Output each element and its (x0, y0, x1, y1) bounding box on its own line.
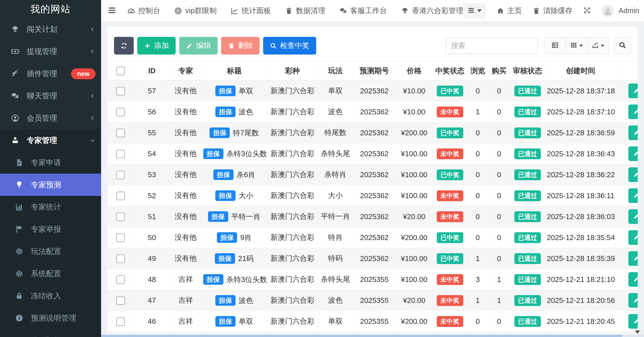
sidebar-item-6[interactable]: 专家申请 (0, 151, 101, 174)
row-checkbox[interactable] (116, 87, 125, 95)
search-input[interactable] (446, 37, 538, 54)
sidebar-item-12[interactable]: 冻结收入 (0, 285, 101, 307)
row-checkbox[interactable] (116, 108, 125, 116)
horizontal-scrollbar-thumb[interactable] (101, 335, 622, 337)
sidebar-toggle-button[interactable] (108, 6, 116, 16)
export-button[interactable] (587, 38, 609, 54)
sidebar-item-8[interactable]: 专家统计 (0, 196, 101, 218)
row-action-button[interactable] (628, 230, 638, 245)
sidebar-item-4[interactable]: 会员管理 (0, 107, 101, 129)
header-cell[interactable]: 彩种 (267, 61, 318, 81)
fullscreen-button[interactable] (583, 6, 591, 15)
topnav-item-0[interactable]: 控制台 (127, 6, 160, 16)
header-cell[interactable]: 价格 (396, 61, 433, 81)
row-action-button[interactable] (628, 293, 638, 308)
delete-button[interactable]: 删除 (221, 37, 260, 55)
sidebar-item-9[interactable]: 专家举报 (0, 218, 101, 240)
danbao-badge: 担保 (215, 253, 235, 264)
row-checkbox[interactable] (116, 150, 125, 158)
row-action-button[interactable] (628, 272, 638, 287)
row-action-button[interactable] (628, 188, 638, 203)
sidebar-item-3[interactable]: 聊天管理 (0, 85, 101, 107)
row-action-button[interactable] (628, 251, 638, 266)
header-cell[interactable]: 玩法 (318, 61, 353, 81)
row-action-button[interactable] (628, 209, 638, 224)
topnav-item-2[interactable]: 统计面板 (231, 6, 271, 16)
topnav-right: 主页 清除缓存 Admin (463, 4, 644, 18)
trophy-icon (9, 25, 21, 33)
row-action-button[interactable] (628, 314, 638, 329)
topnav-item-3[interactable]: 数据清理 (285, 6, 325, 16)
header-cell[interactable]: 中奖状态 (433, 61, 467, 81)
row-action-button[interactable] (628, 125, 638, 140)
row-action-button[interactable] (628, 167, 638, 182)
search-icon (270, 42, 277, 49)
header-cell[interactable]: ID (134, 61, 170, 81)
topnav-item-1[interactable]: vip群限制 (174, 6, 217, 16)
user-menu[interactable]: Admin (602, 5, 639, 17)
cell-audit-status: 已通过 (510, 311, 545, 332)
audit-status-badge: 已通过 (514, 148, 541, 159)
header-cell[interactable]: 购买 (488, 61, 510, 81)
bars-icon (468, 7, 475, 15)
sidebar-item-11[interactable]: 系统配置 (0, 263, 101, 285)
header-cell[interactable]: 创建时间 (545, 61, 616, 81)
sidebar-item-0[interactable]: 闯关计划 (0, 18, 101, 40)
sidebar-item-10[interactable]: 玩法配置 (0, 240, 101, 263)
topnav-item-label: 客服工作台 (350, 6, 387, 16)
edit-button[interactable]: 编辑 (179, 37, 218, 55)
toolbar: 添加 编辑 删除 检查中奖 (107, 27, 638, 61)
row-checkbox[interactable] (116, 213, 125, 221)
danbao-badge: 担保 (215, 190, 236, 201)
home-link[interactable]: 主页 (497, 6, 522, 16)
pencil-icon (633, 254, 638, 263)
row-checkbox[interactable] (116, 275, 125, 284)
sidebar-item-5[interactable]: 专家管理 (0, 129, 101, 151)
row-checkbox[interactable] (116, 254, 125, 263)
cell-price: ¥20.00 (396, 290, 433, 311)
select-all-checkbox[interactable] (116, 67, 125, 75)
cell-buys: 0 (488, 248, 510, 269)
clear-cache-link[interactable]: 清除缓存 (533, 6, 572, 16)
header-cell[interactable]: 审核状态 (510, 61, 545, 81)
sidebar-item-13[interactable]: 预测说明管理 (0, 307, 101, 329)
row-checkbox[interactable] (116, 296, 125, 305)
sidebar-item-14[interactable]: 连败预警 (0, 329, 101, 337)
cell-created: 2025-12-28 18:36:11 (545, 185, 616, 206)
check-win-button[interactable]: 检查中奖 (263, 37, 316, 55)
row-checkbox[interactable] (116, 317, 125, 326)
pencil-icon (633, 233, 638, 242)
cell-views: 0 (467, 227, 488, 248)
row-action-button[interactable] (628, 146, 638, 161)
detail-view-button[interactable] (544, 38, 566, 54)
sidebar-item-1[interactable]: 提现管理 (0, 40, 101, 63)
header-cell[interactable]: 标题 (201, 61, 267, 81)
nav-menu-dropdown[interactable] (463, 4, 486, 18)
content-area: 添加 编辑 删除 检查中奖 (101, 22, 644, 337)
columns-button[interactable] (566, 38, 587, 54)
sidebar-item-label: 冻结收入 (31, 291, 61, 301)
row-action-button[interactable] (628, 105, 638, 119)
header-cell[interactable]: 浏览 (467, 61, 488, 81)
pencil-icon (633, 275, 638, 284)
row-checkbox[interactable] (116, 171, 125, 179)
cell-win-status: 已中奖 (433, 122, 467, 143)
cell-id: 55 (134, 122, 170, 143)
row-checkbox[interactable] (116, 234, 125, 242)
cell-period: 2025355 (353, 311, 396, 332)
add-button[interactable]: 添加 (137, 37, 176, 55)
scroll-corner-caret-icon (635, 330, 640, 334)
win-status-badge: 未中奖 (437, 148, 463, 159)
topnav-item-5[interactable]: 香港六合彩管理 (401, 6, 463, 16)
sidebar-item-2[interactable]: 插件管理 new (0, 63, 101, 85)
row-checkbox[interactable] (116, 129, 125, 137)
sidebar-item-7[interactable]: 专家预测 (0, 174, 101, 196)
header-cell[interactable]: 预测期号 (353, 61, 396, 81)
cell-title: 担保特7尾数 (201, 122, 267, 143)
refresh-button[interactable] (114, 37, 134, 55)
header-cell[interactable]: 专家 (170, 61, 201, 81)
topnav-item-4[interactable]: 客服工作台 (339, 6, 387, 16)
row-action-button[interactable] (628, 84, 638, 98)
search-submit-button[interactable] (614, 37, 631, 54)
row-checkbox[interactable] (116, 192, 125, 200)
